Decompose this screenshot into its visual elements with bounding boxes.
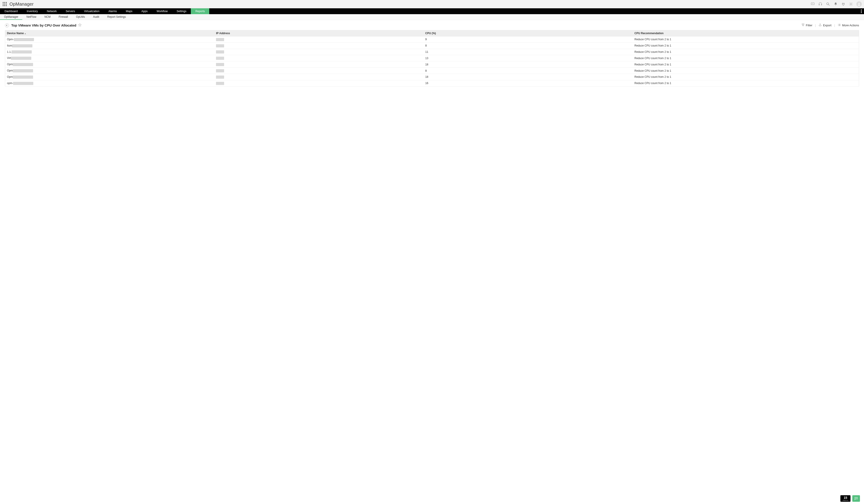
favorite-star-icon[interactable] — [78, 23, 82, 27]
cell-device: opm- — [5, 80, 214, 86]
separator: | — [834, 24, 835, 27]
cell-cpu: 8 — [423, 42, 633, 49]
svg-rect-2 — [6, 2, 7, 3]
bell-icon[interactable] — [833, 2, 838, 6]
table-row[interactable]: opm-16Reduce CPU count from 2 to 1 — [5, 80, 859, 86]
table-row[interactable]: Opm8Reduce CPU count from 2 to 1 — [5, 67, 859, 74]
col-header-ip[interactable]: IP Address — [214, 30, 423, 36]
chat-button[interactable] — [852, 495, 860, 502]
headset-icon[interactable] — [818, 2, 823, 6]
header-bar: OpManager — [0, 0, 864, 8]
svg-point-20 — [861, 12, 862, 13]
cell-ip — [214, 55, 423, 61]
col-header-device[interactable]: Device Name▲ — [5, 30, 214, 36]
svg-line-14 — [828, 4, 830, 5]
cell-recommendation: Reduce CPU count from 2 to 1 — [633, 42, 859, 49]
redacted-text — [11, 57, 31, 60]
table-row[interactable]: 1.1.11Reduce CPU count from 2 to 1 — [5, 49, 859, 55]
svg-marker-21 — [79, 23, 82, 26]
redacted-text — [13, 82, 33, 85]
main-nav-item-apps[interactable]: Apps — [137, 8, 152, 14]
cell-device: Opm — [5, 61, 214, 67]
back-button[interactable] — [5, 23, 9, 27]
cell-ip — [214, 61, 423, 67]
svg-rect-12 — [821, 4, 822, 5]
alarm-badge[interactable]: 15 Alarms — [840, 495, 851, 502]
main-nav-item-alarms[interactable]: Alarms — [104, 8, 121, 14]
svg-rect-8 — [6, 5, 7, 6]
svg-rect-11 — [819, 4, 819, 5]
export-icon — [818, 23, 822, 27]
sub-nav-item-audit[interactable]: Audit — [89, 14, 103, 20]
main-nav-item-inventory[interactable]: Inventory — [22, 8, 42, 14]
sub-nav-item-ncm[interactable]: NCM — [40, 14, 55, 20]
svg-point-15 — [836, 5, 836, 5]
filter-button[interactable]: Filter — [802, 23, 813, 27]
svg-rect-7 — [4, 5, 5, 6]
main-nav-item-servers[interactable]: Servers — [61, 8, 80, 14]
plug-icon[interactable] — [841, 2, 845, 6]
svg-point-19 — [861, 11, 862, 12]
svg-rect-1 — [4, 2, 5, 3]
cell-device: Opm — [5, 74, 214, 80]
main-nav-item-network[interactable]: Network — [42, 8, 61, 14]
cell-cpu: 8 — [423, 67, 633, 74]
col-header-recommendation[interactable]: CPU Recommendation — [633, 30, 859, 36]
cell-recommendation: Reduce CPU count from 2 to 1 — [633, 74, 859, 80]
table-row[interactable]: Virt13Reduce CPU count from 2 to 1 — [5, 55, 859, 61]
main-nav-item-reports[interactable]: Reports — [191, 8, 209, 14]
main-nav-item-dashboard[interactable]: Dashboard — [0, 8, 22, 14]
table-header-row: Device Name▲ IP Address CPU (%) CPU Reco… — [5, 30, 859, 36]
cell-cpu: 18 — [423, 61, 633, 67]
report-table: Device Name▲ IP Address CPU (%) CPU Reco… — [5, 30, 859, 87]
cell-cpu: 18 — [423, 74, 633, 80]
cell-recommendation: Reduce CPU count from 2 to 1 — [633, 36, 859, 43]
alarm-count: 15 — [843, 496, 848, 499]
app-title: OpManager — [10, 2, 34, 7]
table-row[interactable]: Opm18Reduce CPU count from 2 to 1 — [5, 74, 859, 80]
more-actions-button[interactable]: More Actions — [838, 23, 859, 27]
col-header-cpu[interactable]: CPU (%) — [423, 30, 633, 36]
sub-nav-item-netflow[interactable]: NetFlow — [22, 14, 40, 20]
svg-point-27 — [838, 25, 838, 25]
sort-indicator-icon: ▲ — [24, 32, 26, 35]
redacted-text — [216, 44, 224, 47]
main-nav-item-maps[interactable]: Maps — [121, 8, 137, 14]
table-row[interactable]: Itom8Reduce CPU count from 2 to 1 — [5, 42, 859, 49]
redacted-text — [216, 50, 224, 53]
cell-recommendation: Reduce CPU count from 2 to 1 — [633, 49, 859, 55]
sub-nav-item-opmanager[interactable]: OpManager — [0, 14, 22, 20]
svg-rect-0 — [3, 2, 3, 3]
svg-point-26 — [838, 24, 838, 24]
apps-grid-icon[interactable] — [3, 2, 7, 6]
present-icon[interactable] — [811, 2, 815, 6]
svg-rect-3 — [3, 3, 3, 4]
search-icon[interactable] — [826, 2, 830, 6]
redacted-text — [11, 50, 32, 53]
main-nav-item-workflow[interactable]: Workflow — [152, 8, 172, 14]
cell-ip — [214, 67, 423, 74]
main-nav-more-icon[interactable] — [861, 8, 862, 14]
page-title: Top VMware VMs by CPU Over Allocated — [11, 23, 76, 27]
floating-footer: 15 Alarms — [840, 495, 860, 502]
cell-cpu: 16 — [423, 80, 633, 86]
export-button[interactable]: Export — [818, 23, 832, 27]
svg-point-13 — [827, 3, 829, 5]
sub-nav-item-report-settings[interactable]: Report Settings — [103, 14, 130, 20]
main-nav-item-settings[interactable]: Settings — [172, 8, 191, 14]
cell-recommendation: Reduce CPU count from 2 to 1 — [633, 67, 859, 74]
page-actions: Filter | Export | More Actions — [802, 23, 859, 27]
sub-nav-item-firewall[interactable]: Firewall — [55, 14, 72, 20]
page-header: Top VMware VMs by CPU Over Allocated Fil… — [0, 20, 864, 30]
avatar[interactable] — [856, 1, 862, 7]
table-row[interactable]: Opm-9Reduce CPU count from 2 to 1 — [5, 36, 859, 43]
main-nav-item-virtualization[interactable]: Virtualization — [80, 8, 104, 14]
sub-nav-item-oputils[interactable]: OpUtils — [72, 14, 89, 20]
gear-icon[interactable] — [849, 2, 853, 6]
cell-device: Itom — [5, 42, 214, 49]
table-row[interactable]: Opm18Reduce CPU count from 2 to 1 — [5, 61, 859, 67]
redacted-text — [216, 57, 224, 60]
sub-nav: OpManagerNetFlowNCMFirewallOpUtilsAuditR… — [0, 14, 864, 20]
svg-point-17 — [859, 3, 860, 4]
redacted-text — [216, 75, 224, 79]
